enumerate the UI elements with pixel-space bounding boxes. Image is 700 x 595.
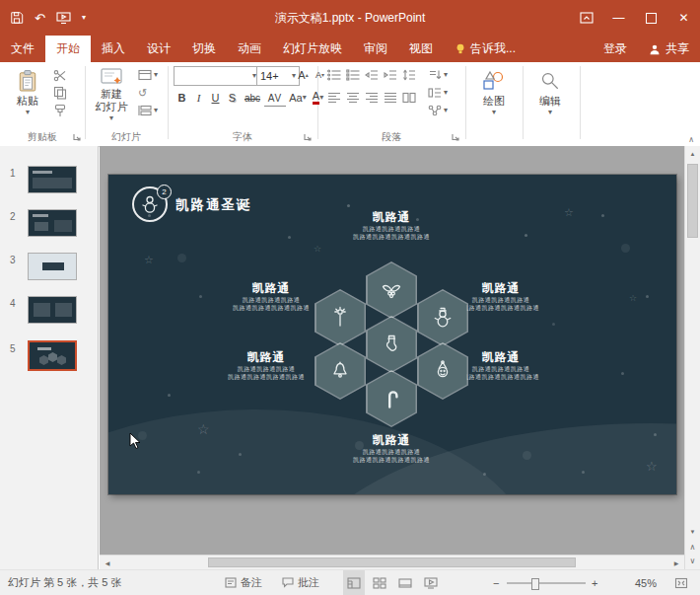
change-case-button[interactable]: Aa▾ <box>286 89 310 107</box>
previous-slide-button[interactable]: ∧ <box>685 540 700 554</box>
align-left-button[interactable] <box>325 89 342 107</box>
slide-thumbnail-2[interactable] <box>28 209 77 237</box>
tab-file[interactable]: 文件 <box>0 36 45 62</box>
tab-design[interactable]: 设计 <box>136 36 181 62</box>
tab-spacer <box>526 36 593 62</box>
columns-button[interactable] <box>400 89 417 107</box>
format-painter-button[interactable] <box>51 102 69 119</box>
italic-button[interactable]: I <box>190 89 207 107</box>
slide-thumbnail-4[interactable] <box>28 296 77 324</box>
character-spacing-button[interactable]: AV <box>264 91 286 107</box>
tab-home[interactable]: 开始 <box>45 36 91 62</box>
scroll-up-arrow[interactable]: ▲ <box>685 148 700 160</box>
font-name-combo[interactable]: ▾ <box>174 66 260 86</box>
tell-me-box[interactable]: 告诉我... <box>444 36 526 62</box>
line-spacing-button[interactable] <box>400 66 417 84</box>
font-color-button[interactable]: A▾ <box>310 89 326 107</box>
bold-button[interactable]: B <box>174 89 190 107</box>
align-center-button[interactable] <box>344 89 361 107</box>
slide-thumbnail-5-selected[interactable] <box>28 340 77 371</box>
normal-view-button[interactable] <box>343 570 365 595</box>
zoom-in-button[interactable]: + <box>592 570 597 595</box>
zoom-slider-thumb[interactable] <box>531 578 539 590</box>
tab-review[interactable]: 审阅 <box>353 36 398 62</box>
layout-button[interactable]: ▾ <box>136 66 160 84</box>
grow-font-button[interactable]: A▴ <box>295 66 312 84</box>
hexagon-holly[interactable] <box>366 261 417 319</box>
close-button[interactable]: ✕ <box>667 0 700 36</box>
title-decoration-circle: 2 <box>132 186 168 222</box>
notes-button[interactable]: 备注 <box>225 570 262 595</box>
hexagon-candy-cane[interactable] <box>366 370 417 427</box>
text-shadow-button[interactable]: S <box>224 89 241 107</box>
slide-thumbnail-1[interactable] <box>28 166 77 193</box>
sign-in-button[interactable]: 登录 <box>593 36 638 62</box>
horizontal-scrollbar[interactable]: ◀ ▶ <box>100 555 684 569</box>
align-text-button[interactable]: ▾ <box>426 84 450 102</box>
justify-button[interactable] <box>382 89 398 107</box>
reading-view-button[interactable] <box>394 570 416 595</box>
copy-button[interactable] <box>51 84 69 102</box>
callout-top[interactable]: 凯路通 凯路通凯路通凯路通 凯路通凯路通凯路通凯路通 <box>317 210 465 241</box>
minimize-button[interactable]: — <box>602 0 635 36</box>
zoom-out-button[interactable]: − <box>493 570 499 595</box>
text-direction-button[interactable]: ▾ <box>426 66 450 84</box>
collapse-ribbon-button[interactable]: ∧ <box>688 135 694 144</box>
callout-title: 凯路通 <box>317 210 465 225</box>
thumbnail-number: 3 <box>10 255 16 265</box>
bullets-button[interactable] <box>325 66 342 84</box>
increase-indent-button[interactable] <box>382 66 398 84</box>
tab-insert[interactable]: 插入 <box>91 36 136 62</box>
maximize-button[interactable] <box>635 0 667 36</box>
tab-view[interactable]: 视图 <box>398 36 444 62</box>
fit-slide-to-window-button[interactable] <box>674 570 688 595</box>
ribbon-display-options-button[interactable] <box>570 0 602 36</box>
horizontal-scroll-thumb[interactable] <box>208 558 576 567</box>
clipboard-dialog-launcher[interactable] <box>73 131 81 143</box>
section-button[interactable]: ▾ <box>136 102 160 119</box>
share-button[interactable]: 共享 <box>638 36 700 62</box>
align-right-button[interactable] <box>363 89 380 107</box>
slide-thumbnail-3[interactable] <box>28 253 77 280</box>
comments-button[interactable]: 批注 <box>282 570 319 595</box>
cut-button[interactable] <box>51 66 69 84</box>
callout-left-upper[interactable]: 凯路通 凯路通凯路通凯路通 凯路通凯路通凯路通凯路通 <box>217 281 325 312</box>
new-slide-button[interactable]: 新建 幻灯片 ▾ <box>91 65 132 122</box>
tab-slideshow[interactable]: 幻灯片放映 <box>272 36 353 62</box>
strikethrough-button[interactable]: abc <box>241 89 264 107</box>
font-dialog-launcher[interactable] <box>304 131 312 143</box>
scroll-down-arrow[interactable]: ▼ <box>685 525 700 538</box>
paste-button[interactable]: 粘贴 ▾ <box>8 65 47 116</box>
underline-button[interactable]: U <box>207 89 224 107</box>
convert-smartart-button[interactable]: ▾ <box>426 102 450 119</box>
tab-animations[interactable]: 动画 <box>227 36 272 62</box>
scroll-right-arrow[interactable]: ▶ <box>670 556 682 569</box>
slide-sorter-view-button[interactable] <box>369 570 390 595</box>
decrease-indent-button[interactable] <box>363 66 380 84</box>
next-slide-button[interactable]: ∨ <box>685 554 700 567</box>
slide-5-editing-surface[interactable]: 2 凯路通圣诞 凯路通 凯路通凯路通凯路通 凯路通凯路通凯路通凯路通 凯路通 凯… <box>108 175 676 494</box>
font-size-combo[interactable]: 14+ ▾ <box>256 66 300 86</box>
hexagon-stocking[interactable] <box>366 316 417 373</box>
star-decoration <box>629 293 637 303</box>
tab-transitions[interactable]: 切换 <box>181 36 227 62</box>
vertical-scroll-thumb[interactable] <box>687 164 698 238</box>
callout-left-lower[interactable]: 凯路通 凯路通凯路通凯路通 凯路通凯路通凯路通凯路通 <box>212 350 320 381</box>
paragraph-dialog-launcher[interactable] <box>452 131 459 143</box>
notes-icon <box>225 577 237 588</box>
drawing-group-button[interactable]: 绘图 ▾ <box>470 65 518 116</box>
zoom-level[interactable]: 45% <box>623 570 657 595</box>
editing-canvas[interactable]: 2 凯路通圣诞 凯路通 凯路通凯路通凯路通 凯路通凯路通凯路通凯路通 凯路通 凯… <box>100 146 684 555</box>
callout-title: 凯路通 <box>317 433 465 448</box>
slideshow-view-button[interactable] <box>420 570 442 595</box>
numbering-button[interactable] <box>344 66 361 84</box>
zoom-slider[interactable] <box>507 582 586 584</box>
editing-group-button[interactable]: 编辑 ▾ <box>527 65 573 116</box>
slide-title[interactable]: 凯路通圣诞 <box>175 196 252 214</box>
reset-slide-button[interactable]: ↺ <box>136 84 160 102</box>
vertical-scrollbar[interactable]: ▲ ▼ ∧ ∨ <box>684 146 700 569</box>
scroll-left-arrow[interactable]: ◀ <box>102 556 113 569</box>
thumb-deco <box>33 171 52 174</box>
hexagon-bell[interactable] <box>315 342 366 400</box>
callout-bottom[interactable]: 凯路通 凯路通凯路通凯路通 凯路通凯路通凯路通凯路通 <box>317 433 465 464</box>
